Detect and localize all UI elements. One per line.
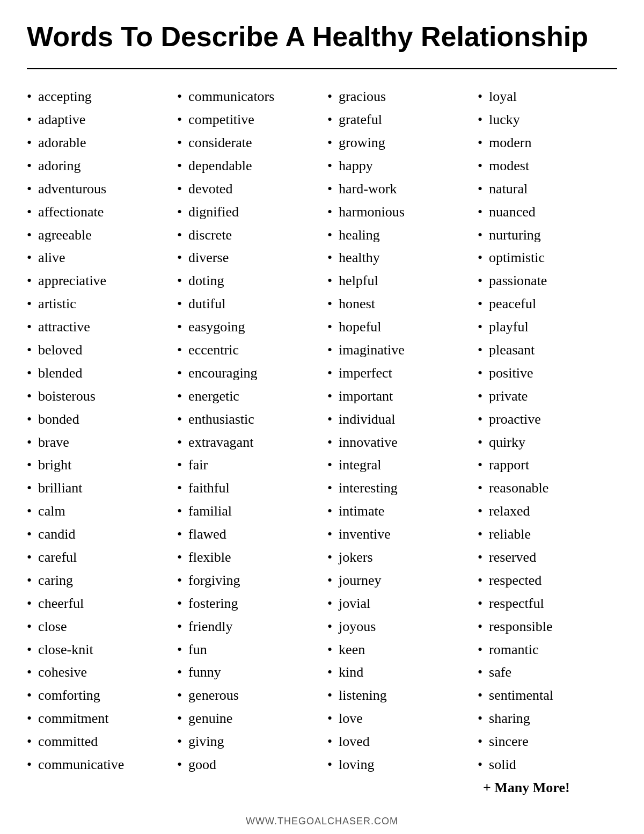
list-item: doting <box>177 270 317 293</box>
list-item: comforting <box>27 684 166 707</box>
list-item: respected <box>478 569 617 592</box>
list-item: jovial <box>327 592 467 615</box>
list-item: innovative <box>327 431 467 454</box>
footer: WWW.THEGOALCHASER.COM <box>27 816 617 827</box>
list-item: alive <box>27 246 166 270</box>
list-item: reserved <box>478 546 617 569</box>
list-item: dependable <box>177 155 317 178</box>
list-item: individual <box>327 408 467 431</box>
list-item: close-knit <box>27 639 166 662</box>
list-item: accepting <box>27 85 166 108</box>
list-item: hopeful <box>327 316 467 339</box>
word-column-4: loyalluckymodernmodestnaturalnuancednurt… <box>478 85 617 777</box>
list-item: interesting <box>327 477 467 500</box>
word-column-2: communicatorscompetitiveconsideratedepen… <box>177 85 317 777</box>
list-item: listening <box>327 684 467 707</box>
list-item: genuine <box>177 707 317 730</box>
list-item: adaptive <box>27 108 166 132</box>
list-item: growing <box>327 132 467 155</box>
list-item: funny <box>177 661 317 684</box>
list-item: commitment <box>27 707 166 730</box>
list-item: communicators <box>177 85 317 108</box>
list-item: forgiving <box>177 569 317 592</box>
list-item: sharing <box>478 707 617 730</box>
list-item: imaginative <box>327 339 467 362</box>
list-item: modern <box>478 132 617 155</box>
list-item: faithful <box>177 477 317 500</box>
list-item: blended <box>27 362 166 385</box>
list-item: safe <box>478 661 617 684</box>
list-item: proactive <box>478 408 617 431</box>
list-item: dutiful <box>177 293 317 316</box>
list-item: considerate <box>177 132 317 155</box>
list-item: jokers <box>327 546 467 569</box>
list-item: helpful <box>327 270 467 293</box>
list-item: grateful <box>327 108 467 132</box>
list-item: intimate <box>327 500 467 523</box>
list-item: caring <box>27 569 166 592</box>
list-item: relaxed <box>478 500 617 523</box>
list-item: sincere <box>478 730 617 753</box>
list-item: adventurous <box>27 178 166 201</box>
list-item: familial <box>177 500 317 523</box>
list-item: important <box>327 385 467 408</box>
list-item: agreeable <box>27 224 166 247</box>
list-item: brilliant <box>27 477 166 500</box>
list-item: close <box>27 615 166 639</box>
list-item: flawed <box>177 523 317 546</box>
extra-note: + Many More! <box>478 777 617 800</box>
list-item: happy <box>327 155 467 178</box>
list-item: cheerful <box>27 592 166 615</box>
list-item: romantic <box>478 639 617 662</box>
list-item: passionate <box>478 270 617 293</box>
list-item: giving <box>177 730 317 753</box>
list-item: loved <box>327 730 467 753</box>
list-item: friendly <box>177 615 317 639</box>
list-item: private <box>478 385 617 408</box>
list-item: energetic <box>177 385 317 408</box>
list-item: optimistic <box>478 246 617 270</box>
list-item: flexible <box>177 546 317 569</box>
word-columns: acceptingadaptiveadorableadoringadventur… <box>27 85 617 800</box>
list-item: harmonious <box>327 201 467 224</box>
list-item: competitive <box>177 108 317 132</box>
list-item: kind <box>327 661 467 684</box>
list-item: hard-work <box>327 178 467 201</box>
list-item: reliable <box>478 523 617 546</box>
list-item: nurturing <box>478 224 617 247</box>
list-item: bonded <box>27 408 166 431</box>
list-item: attractive <box>27 316 166 339</box>
list-item: good <box>177 753 317 777</box>
list-item: gracious <box>327 85 467 108</box>
list-item: discrete <box>177 224 317 247</box>
list-item: enthusiastic <box>177 408 317 431</box>
list-item: nuanced <box>478 201 617 224</box>
list-item: dignified <box>177 201 317 224</box>
list-item: rapport <box>478 454 617 477</box>
list-item: solid <box>478 753 617 777</box>
list-item: pleasant <box>478 339 617 362</box>
list-item: keen <box>327 639 467 662</box>
list-item: committed <box>27 730 166 753</box>
list-item: cohesive <box>27 661 166 684</box>
word-column-1: acceptingadaptiveadorableadoringadventur… <box>27 85 166 777</box>
list-item: beloved <box>27 339 166 362</box>
list-item: quirky <box>478 431 617 454</box>
list-item: affectionate <box>27 201 166 224</box>
word-column-3: graciousgratefulgrowinghappyhard-workhar… <box>327 85 467 777</box>
list-item: responsible <box>478 615 617 639</box>
list-item: brave <box>27 431 166 454</box>
list-item: reasonable <box>478 477 617 500</box>
list-item: natural <box>478 178 617 201</box>
list-item: love <box>327 707 467 730</box>
list-item: extravagant <box>177 431 317 454</box>
list-item: loyal <box>478 85 617 108</box>
list-item: bright <box>27 454 166 477</box>
list-item: honest <box>327 293 467 316</box>
list-item: inventive <box>327 523 467 546</box>
list-item: fostering <box>177 592 317 615</box>
list-item: careful <box>27 546 166 569</box>
list-item: modest <box>478 155 617 178</box>
list-item: healthy <box>327 246 467 270</box>
list-item: generous <box>177 684 317 707</box>
